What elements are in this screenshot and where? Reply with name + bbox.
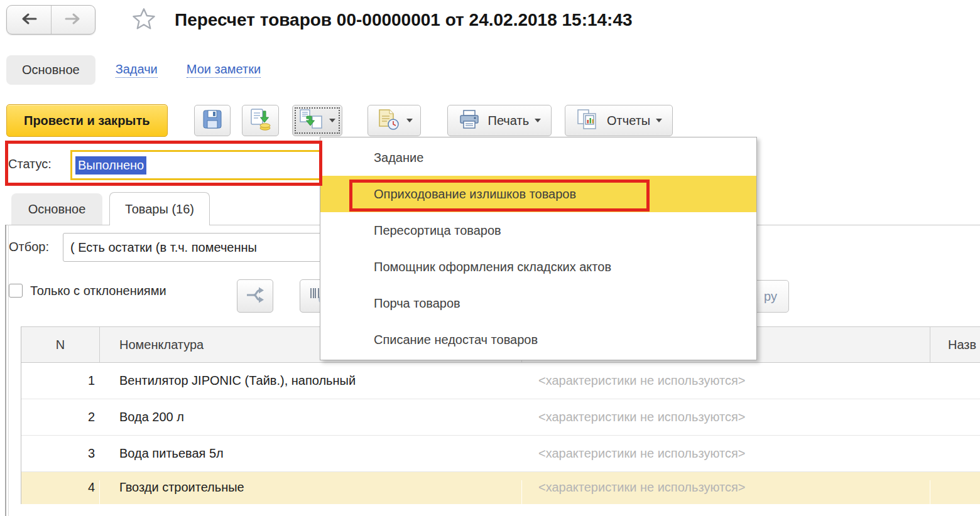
printer-icon — [458, 109, 481, 133]
deviations-checkbox-label: Только с отклонениями — [30, 284, 166, 298]
history-nav-group — [6, 5, 95, 35]
reports-button-label: Отчеты — [607, 114, 650, 128]
arrow-right-icon — [63, 12, 82, 28]
schedule-document-button[interactable] — [368, 105, 421, 136]
arrow-left-icon — [19, 12, 38, 28]
status-label: Статус: — [8, 157, 52, 171]
row-number: 3 — [21, 446, 100, 461]
nav-tab-main[interactable]: Основное — [6, 55, 95, 85]
menu-item-task[interactable]: Задание — [320, 139, 756, 176]
chevron-down-icon — [656, 119, 662, 122]
table-row[interactable]: 3 Вода питьевая 5л <характеристики не ис… — [21, 436, 980, 472]
nav-tab-notes[interactable]: Мои заметки — [187, 55, 261, 85]
row-number: 2 — [21, 410, 100, 424]
partial-button-label: ру — [764, 289, 777, 304]
post-and-close-button[interactable]: Провести и закрыть — [6, 104, 168, 137]
row-characteristic: <характеристики не используются> — [522, 374, 930, 388]
print-button-label: Печать — [488, 114, 530, 128]
page-title: Пересчет товаров 00-00000001 от 24.02.20… — [175, 10, 633, 30]
row-number: 4 — [21, 480, 100, 512]
create-based-on-button[interactable] — [292, 105, 342, 136]
toolbar: Провести и закрыть — [6, 104, 673, 137]
reports-button[interactable]: Отчеты — [565, 105, 673, 136]
post-document-icon — [248, 107, 272, 134]
create-based-on-menu: Задание Оприходование излишков товаров П… — [320, 137, 757, 360]
save-icon — [201, 108, 224, 133]
deviations-checkbox[interactable] — [9, 284, 23, 298]
row-characteristic: <характеристики не используются> — [522, 480, 930, 512]
row-nomenclature: Вентилятор JIPONIC (Тайв.), напольный — [100, 374, 522, 388]
status-selected-text: Выполнено — [75, 156, 146, 175]
row-nomenclature: Вода 200 л — [100, 410, 522, 424]
column-header-n[interactable]: N — [21, 327, 100, 362]
filter-label: Отбор: — [9, 240, 49, 254]
save-button[interactable] — [194, 105, 231, 136]
document-window: Пересчет товаров 00-00000001 от 24.02.20… — [0, 0, 980, 516]
menu-item-warehouse-acts-assistant[interactable]: Помощник оформления складских актов — [320, 249, 756, 285]
form-nav-tabs: Основное Задачи Мои заметки — [6, 55, 261, 85]
menu-item-shortage-writeoff[interactable]: Списание недостач товаров — [320, 321, 756, 358]
branch-arrows-icon — [244, 284, 266, 308]
row-nomenclature: Вода питьевая 5л — [100, 446, 522, 461]
report-chart-icon — [575, 108, 599, 134]
panel-border — [5, 225, 6, 516]
menu-item-goods-damage[interactable]: Порча товаров — [320, 285, 756, 321]
print-button[interactable]: Печать — [447, 105, 552, 136]
row-characteristic: <характеристики не используются> — [522, 410, 930, 424]
menu-item-regrading[interactable]: Пересортица товаров — [320, 212, 756, 249]
row-nomenclature: Гвозди строительные — [100, 480, 522, 512]
back-button[interactable] — [7, 6, 52, 34]
post-document-button[interactable] — [242, 105, 279, 136]
change-selected-button[interactable] — [237, 279, 273, 313]
favorite-star-icon[interactable] — [131, 6, 157, 35]
chevron-down-icon — [329, 119, 335, 122]
table-row[interactable]: 2 Вода 200 л <характеристики не использу… — [21, 399, 980, 436]
chevron-down-icon — [535, 119, 541, 122]
document-clock-icon — [376, 108, 401, 133]
column-header-name[interactable]: Назв — [930, 327, 980, 362]
menu-item-surplus-posting[interactable]: Оприходование излишков товаров — [320, 176, 756, 212]
table-row[interactable]: 1 Вентилятор JIPONIC (Тайв.), напольный … — [21, 363, 980, 399]
chevron-down-icon — [406, 119, 413, 122]
row-characteristic: <характеристики не используются> — [522, 446, 930, 461]
tab-goods[interactable]: Товары (16) — [109, 192, 210, 225]
nav-tab-tasks[interactable]: Задачи — [116, 55, 158, 85]
panel-border — [8, 225, 9, 516]
table-row-selected[interactable]: 4 Гвозди строительные <характеристики не… — [21, 472, 980, 504]
forward-button[interactable] — [52, 6, 95, 34]
tab-main[interactable]: Основное — [11, 193, 102, 225]
row-number: 1 — [21, 374, 100, 388]
create-based-on-icon — [298, 109, 324, 132]
